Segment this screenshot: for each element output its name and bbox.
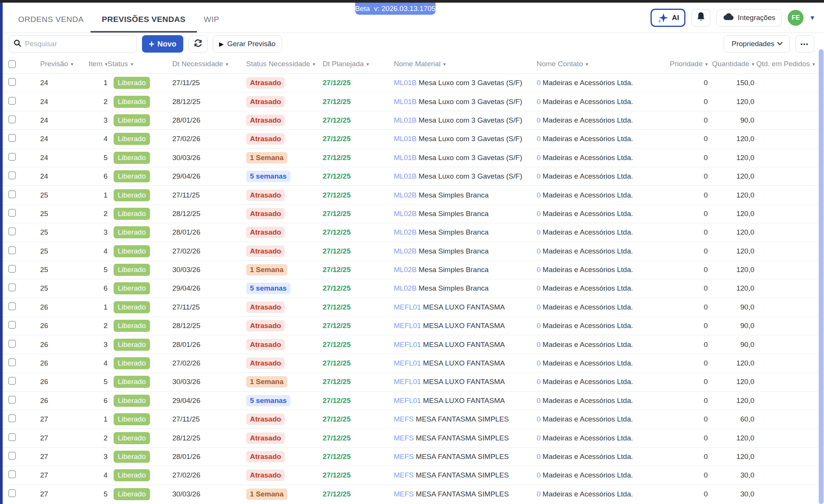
column-header-status[interactable]: Status▾ (108, 60, 168, 68)
row-checkbox[interactable] (8, 489, 16, 497)
material-code-link[interactable]: MEFS (394, 434, 414, 442)
table-row[interactable]: 253Liberado28/01/26Atrasado27/12/25ML02B… (3, 223, 819, 241)
table-row[interactable]: 274Liberado27/02/26Atrasado27/12/25MEFS … (3, 466, 819, 484)
table-row[interactable]: 244Liberado27/02/26Atrasado27/12/25ML01B… (3, 129, 819, 148)
notifications-button[interactable] (691, 9, 710, 26)
material-code-link[interactable]: ML02B (394, 284, 417, 292)
ai-button[interactable]: AI (651, 9, 685, 27)
row-checkbox[interactable] (8, 302, 16, 310)
row-checkbox[interactable] (8, 321, 16, 329)
table-row[interactable]: 254Liberado27/02/26Atrasado27/12/25ML02B… (3, 242, 819, 260)
column-header-item[interactable]: Item▾ (89, 60, 108, 68)
material-code-link[interactable]: MEFS (394, 415, 414, 423)
contato-code-link[interactable]: 0 (537, 228, 541, 236)
contato-code-link[interactable]: 0 (537, 471, 541, 479)
more-options-button[interactable]: ••• (795, 35, 814, 53)
tab-previsoes-vendas[interactable]: PREVISÕES VENDAS (91, 7, 197, 33)
row-checkbox[interactable] (8, 227, 16, 235)
row-checkbox[interactable] (8, 134, 16, 142)
select-all-checkbox[interactable] (8, 60, 16, 68)
contato-code-link[interactable]: 0 (537, 154, 541, 162)
contato-code-link[interactable]: 0 (537, 490, 541, 498)
row-checkbox[interactable] (8, 452, 16, 460)
row-checkbox[interactable] (8, 340, 16, 348)
row-checkbox[interactable] (8, 115, 16, 123)
table-row[interactable]: 246Liberado29/04/265 semanas27/12/25ML01… (3, 167, 819, 185)
row-checkbox[interactable] (8, 358, 16, 366)
material-code-link[interactable]: ML01B (394, 98, 417, 106)
table-row[interactable]: 261Liberado27/11/25Atrasado27/12/25MEFL0… (3, 298, 819, 316)
column-header-quantidade[interactable]: Quantidade▾ (710, 60, 757, 68)
row-checkbox[interactable] (8, 265, 16, 273)
row-checkbox[interactable] (8, 171, 16, 179)
row-checkbox[interactable] (8, 97, 16, 105)
contato-code-link[interactable]: 0 (537, 116, 541, 124)
column-header-prioridade[interactable]: Prioridade▾ (667, 60, 710, 68)
row-checkbox[interactable] (8, 78, 16, 86)
material-code-link[interactable]: MEFL01 (394, 303, 421, 311)
contato-code-link[interactable]: 0 (537, 79, 541, 87)
table-row[interactable]: 272Liberado28/12/25Atrasado27/12/25MEFS … (3, 428, 819, 447)
column-header-nome-contato[interactable]: Nome Contato▾ (537, 60, 667, 68)
material-code-link[interactable]: ML01B (394, 79, 417, 87)
contato-code-link[interactable]: 0 (537, 359, 541, 367)
contato-code-link[interactable]: 0 (537, 98, 541, 106)
contato-code-link[interactable]: 0 (537, 172, 541, 180)
row-checkbox[interactable] (8, 153, 16, 161)
contato-code-link[interactable]: 0 (537, 378, 541, 386)
contato-code-link[interactable]: 0 (537, 247, 541, 255)
search-input[interactable] (25, 40, 123, 48)
contato-code-link[interactable]: 0 (537, 191, 541, 199)
material-code-link[interactable]: ML01B (394, 172, 417, 180)
contato-code-link[interactable]: 0 (537, 210, 541, 218)
contato-code-link[interactable]: 0 (537, 415, 541, 423)
material-code-link[interactable]: MEFL01 (394, 322, 421, 330)
table-row[interactable]: 273Liberado28/01/26Atrasado27/12/25MEFS … (3, 447, 819, 466)
material-code-link[interactable]: MEFL01 (394, 378, 421, 386)
row-checkbox[interactable] (8, 190, 16, 198)
table-row[interactable]: 262Liberado28/12/25Atrasado27/12/25MEFL0… (3, 316, 819, 335)
column-header-dt-necessidade[interactable]: Dt Necessidade▾ (168, 60, 242, 68)
table-row[interactable]: 252Liberado28/12/25Atrasado27/12/25ML02B… (3, 204, 819, 223)
material-code-link[interactable]: MEFL01 (394, 397, 421, 404)
material-code-link[interactable]: ML02B (394, 266, 417, 274)
search-box[interactable] (9, 35, 137, 53)
table-row[interactable]: 241Liberado27/11/25Atrasado27/12/25ML01B… (3, 73, 819, 92)
row-checkbox[interactable] (8, 414, 16, 422)
contato-code-link[interactable]: 0 (537, 341, 541, 348)
column-header-nome-material[interactable]: Nome Material▾ (394, 60, 537, 68)
column-header-previs-o[interactable]: Previsão▾ (40, 60, 89, 68)
scrollbar-thumb[interactable] (819, 49, 824, 504)
contato-code-link[interactable]: 0 (537, 322, 541, 330)
column-header-dt-planejada[interactable]: Dt Planejada▾ (317, 60, 394, 68)
row-checkbox[interactable] (8, 283, 16, 291)
material-code-link[interactable]: MEFS (394, 490, 414, 498)
material-code-link[interactable]: ML01B (394, 116, 417, 124)
row-checkbox[interactable] (8, 470, 16, 478)
tab-wip[interactable]: WIP (197, 7, 226, 33)
column-header-status-necessidade[interactable]: Status Necessidade▾ (242, 60, 317, 68)
material-code-link[interactable]: ML02B (394, 228, 417, 236)
row-checkbox[interactable] (8, 209, 16, 217)
contato-code-link[interactable]: 0 (537, 135, 541, 143)
propriedades-button[interactable]: Propriedades (724, 35, 790, 53)
contato-code-link[interactable]: 0 (537, 303, 541, 311)
table-row[interactable]: 242Liberado28/12/25Atrasado27/12/25ML01B… (3, 92, 819, 110)
novo-button[interactable]: + Novo (142, 35, 183, 53)
material-code-link[interactable]: ML02B (394, 247, 417, 255)
contato-code-link[interactable]: 0 (537, 434, 541, 442)
material-code-link[interactable]: MEFS (394, 471, 414, 479)
material-code-link[interactable]: ML02B (394, 191, 417, 199)
table-row[interactable]: 245Liberado30/03/261 Semana27/12/25ML01B… (3, 148, 819, 167)
vertical-scrollbar[interactable] (818, 49, 824, 504)
table-row[interactable]: 243Liberado28/01/26Atrasado27/12/25ML01B… (3, 111, 819, 129)
material-code-link[interactable]: ML02B (394, 210, 417, 218)
table-row[interactable]: 275Liberado30/03/261 Semana27/12/25MEFS … (3, 485, 819, 503)
row-checkbox[interactable] (8, 246, 16, 254)
table-row[interactable]: 265Liberado30/03/261 Semana27/12/25MEFL0… (3, 372, 819, 391)
material-code-link[interactable]: MEFL01 (394, 341, 421, 348)
contato-code-link[interactable]: 0 (537, 266, 541, 274)
avatar-caret-icon[interactable]: ▾ (810, 13, 814, 22)
material-code-link[interactable]: MEFL01 (394, 359, 421, 367)
table-row[interactable]: 251Liberado27/11/25Atrasado27/12/25ML02B… (3, 185, 819, 204)
